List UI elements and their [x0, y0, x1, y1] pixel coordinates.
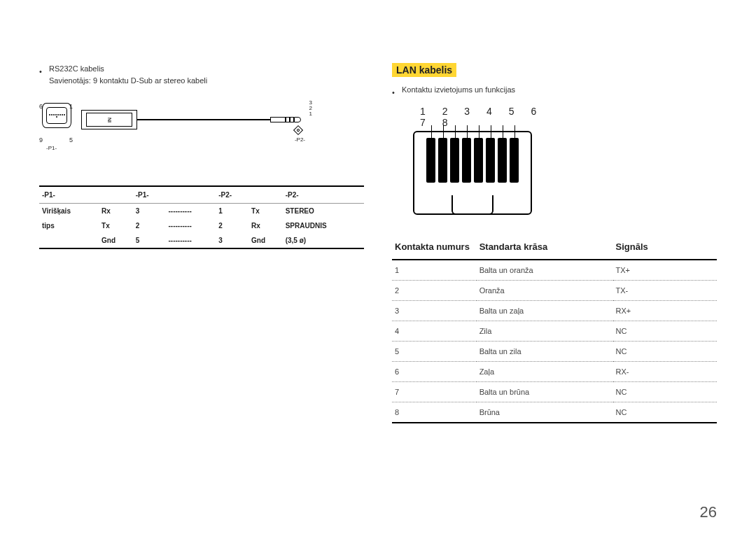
lan-diagram: 1 2 3 4 5 6 7 8: [413, 106, 553, 215]
pin-label-9: 9: [39, 136, 43, 143]
rs-r2c6: SPRAUDNIS: [283, 218, 364, 233]
lan-cell-num: 4: [392, 321, 477, 341]
rs-th-p1a: -P1-: [39, 186, 133, 204]
rs-r2c4: 2: [216, 218, 248, 233]
right-column: LAN kabelis • Kontaktu izvietojums un fu…: [392, 63, 717, 423]
rj45-connector-icon: [413, 131, 532, 215]
rs232-sub: Savienotājs: 9 kontaktu D-Sub ar stereo …: [49, 75, 207, 87]
stereo-jack-icon: [270, 117, 305, 122]
lan-cell-num: 5: [392, 341, 477, 361]
hex-nut-icon: [293, 125, 303, 135]
rs232-bullet: • RS232C kabelis Savienotājs: 9 kontaktu…: [39, 63, 364, 86]
cable-body: IN 3 2 1 -P2-: [81, 110, 312, 131]
lan-cell-num: 8: [392, 402, 477, 423]
page-number: 26: [700, 503, 717, 521]
rs-r2c2: 2: [133, 218, 166, 233]
wire-icon: [137, 119, 270, 120]
lan-cell-signal: TX-: [613, 280, 718, 300]
lan-bullet: • Kontaktu izvietojums un funkcijas: [392, 84, 717, 99]
label-p2: -P2-: [295, 136, 305, 143]
rs-r1c6: STEREO: [283, 204, 364, 219]
lan-cell-color: Brūna: [477, 402, 613, 423]
rs232-title: RS232C kabelis: [49, 63, 207, 75]
rs-r3c3: ----------: [166, 233, 216, 248]
lan-th-num: Kontakta numurs: [392, 236, 477, 260]
rs-th-p1b: -P1-: [133, 186, 166, 204]
rj45-clip-icon: [451, 195, 493, 215]
lan-cell-num: 3: [392, 300, 477, 321]
lan-cell-num: 1: [392, 260, 477, 281]
rs-r1c4: 1: [216, 204, 248, 219]
rs-r2c1: Tx: [99, 218, 133, 233]
table-row: 6ZaļaRX-: [392, 361, 717, 381]
table-row: 8BrūnaNC: [392, 402, 717, 423]
plug-in-icon: IN: [81, 110, 137, 129]
lan-cell-signal: RX+: [613, 300, 718, 321]
rs-r1c3: ----------: [166, 204, 216, 219]
lan-cell-color: Oranža: [477, 280, 613, 300]
plug-in-label: IN: [107, 118, 112, 122]
lan-pin-numbers: 1 2 3 4 5 6 7 8: [420, 106, 553, 128]
bullet-icon: •: [392, 84, 395, 99]
lan-cell-signal: RX-: [613, 361, 718, 381]
pin-label-5: 5: [69, 136, 73, 143]
rs-r2c3: ----------: [166, 218, 216, 233]
table-row: 1Balta un oranžaTX+: [392, 260, 717, 281]
rs-r3c4: 3: [216, 233, 248, 248]
dsub-connector: 6 1 9 5 -P1-: [39, 103, 74, 128]
table-row: 2OranžaTX-: [392, 280, 717, 300]
lan-table: Kontakta numurs Standarta krāsa Signāls …: [392, 236, 717, 423]
rs-r1c1: Rx: [99, 204, 133, 219]
lan-cell-num: 2: [392, 280, 477, 300]
rs-r1c5: Tx: [248, 204, 283, 219]
lan-th-signal: Signāls: [613, 236, 718, 260]
left-column: • RS232C kabelis Savienotājs: 9 kontaktu…: [39, 63, 364, 423]
jack-numbers: 3 2 1: [309, 100, 312, 117]
rs-r1c2: 3: [133, 204, 166, 219]
lan-cell-signal: TX+: [613, 260, 718, 281]
bullet-icon: •: [39, 63, 42, 86]
rs-r1c0: Virišķais: [39, 204, 99, 219]
rs-th-p2b: -P2-: [283, 186, 364, 204]
lan-cell-color: Balta un zaļa: [477, 300, 613, 321]
rs-r3c0: [39, 233, 99, 248]
lan-cell-num: 7: [392, 381, 477, 402]
lan-cell-signal: NC: [613, 341, 718, 361]
lan-th-color: Standarta krāsa: [477, 236, 613, 260]
lan-cell-color: Zaļa: [477, 361, 613, 381]
rs-r2c0: tips: [39, 218, 99, 233]
lan-cell-color: Balta un oranža: [477, 260, 613, 281]
lan-cell-color: Balta un brūna: [477, 381, 613, 402]
table-row: 3Balta un zaļaRX+: [392, 300, 717, 321]
rs-r3c6: (3,5 ø): [283, 233, 364, 248]
lan-cell-signal: NC: [613, 402, 718, 423]
lan-cell-num: 6: [392, 361, 477, 381]
rs-th-p2a: -P2-: [216, 186, 248, 204]
rs232-diagram: 6 1 9 5 -P1- IN 3 2: [39, 97, 364, 174]
label-p1: -P1-: [46, 145, 57, 151]
lan-cell-color: Zila: [477, 321, 613, 341]
lan-cell-signal: NC: [613, 321, 718, 341]
lan-bullet-text: Kontaktu izvietojums un funkcijas: [402, 84, 515, 99]
table-row: 5Balta un zilaNC: [392, 341, 717, 361]
rs232-table: -P1- -P1- -P2- -P2- Virišķais Rx 3 -----…: [39, 185, 364, 249]
lan-cell-signal: NC: [613, 381, 718, 402]
rs-r3c1: Gnd: [99, 233, 133, 248]
rs-r2c5: Rx: [248, 218, 283, 233]
rs-r3c2: 5: [133, 233, 166, 248]
table-row: 4ZilaNC: [392, 321, 717, 341]
rs-r3c5: Gnd: [248, 233, 283, 248]
lan-cell-color: Balta un zila: [477, 341, 613, 361]
lan-heading: LAN kabelis: [392, 63, 456, 77]
table-row: 7Balta un brūnaNC: [392, 381, 717, 402]
